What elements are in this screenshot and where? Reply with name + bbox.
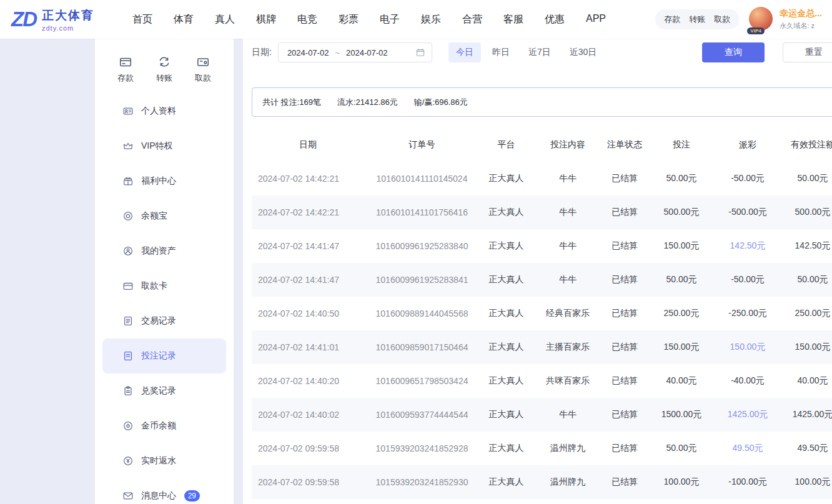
cell-bet-content: 温州牌九 [533,443,603,454]
nav-item-娱乐[interactable]: 娱乐 [421,13,441,26]
sidebar-item-VIP特权[interactable]: VIP特权 [95,129,234,164]
cell-order-number: 1016009961925283841 [364,275,480,285]
sidebar-item-我的资产[interactable]: 我的资产 [95,234,234,269]
nav-item-电子[interactable]: 电子 [380,13,400,26]
cell-payout: 142.50元 [716,240,779,252]
cell-date: 2024-07-02 09:59:58 [252,477,364,487]
quick-link-存款[interactable]: 存款 [664,14,680,25]
sidebar-item-交易记录[interactable]: 交易记录 [95,304,234,338]
date-to[interactable]: 2024-07-02 [346,48,388,57]
sidebar-item-余额宝[interactable]: 余额宝 [95,199,234,234]
action-label: 转账 [156,72,172,84]
site-logo[interactable]: ZD 正大体育 zdty.com [11,7,117,32]
cell-bet-content: 牛牛 [533,207,603,218]
brand-name: 正大体育 [42,7,94,24]
summary-turnover: 流水:21412.86元 [337,97,398,108]
sidebar-item-福利中心[interactable]: 福利中心 [95,164,234,199]
cell-valid-amount: 250.00元 [779,308,832,319]
reset-button[interactable]: 重置 [783,42,832,62]
nav-item-合营[interactable]: 合营 [462,13,482,26]
date-separator: ~ [335,48,340,57]
table-row[interactable]: 2024-07-02 14:42:21 1016010141110145024 … [252,162,832,195]
sidebar-item-个人资料[interactable]: 个人资料 [95,94,234,129]
date-range-preset-昨日[interactable]: 昨日 [485,42,517,62]
quick-link-转账[interactable]: 转账 [689,14,705,25]
header-quick-links: 存款转账取款 [655,9,739,29]
message-icon [122,490,134,502]
cell-valid-amount: 500.00元 [779,207,832,218]
table-row[interactable]: 2024-07-02 14:40:02 1016009593774444544 … [252,398,832,432]
cell-valid-amount: 100.00元 [779,477,832,488]
nav-item-棋牌[interactable]: 棋牌 [256,13,276,26]
column-header: 平台 [480,139,533,151]
table-row[interactable]: 2024-07-02 09:59:58 1015939203241852930 … [252,465,832,499]
sidebar-item-实时返水[interactable]: 实时返水 [95,443,234,478]
table-row[interactable]: 2024-07-02 14:40:20 1016009651798503424 … [252,364,832,398]
sidebar-action-转账[interactable]: 转账 [156,55,172,84]
date-range-input[interactable]: 2024-07-02 ~ 2024-07-02 [278,42,432,62]
nav-item-彩票[interactable]: 彩票 [339,13,359,26]
menu-label: 金币余额 [141,420,176,432]
cell-payout: -500.00元 [716,207,779,218]
cell-date: 2024-07-02 14:41:47 [252,241,364,251]
date-range-preset-近7日[interactable]: 近7日 [521,42,558,62]
cell-payout: 1425.00元 [716,409,779,420]
nav-item-真人[interactable]: 真人 [215,13,235,26]
cell-bet-content: 共咪百家乐 [533,375,603,387]
table-row[interactable]: 2024-07-02 14:41:47 1016009961925283840 … [252,229,832,263]
cell-payout: -250.00元 [716,308,779,319]
table-row[interactable]: 2024-07-02 14:41:01 1016009859017150464 … [252,330,832,364]
sidebar-item-消息中心[interactable]: 消息中心 29 [95,478,234,504]
nav-item-体育[interactable]: 体育 [174,13,194,26]
nav-item-优惠[interactable]: 优惠 [545,13,565,26]
menu-label: VIP特权 [141,141,173,152]
quick-link-取款[interactable]: 取款 [714,14,730,25]
menu-label: 我的资产 [141,245,176,257]
cell-order-number: 1016009961925283840 [364,241,480,251]
rebate-icon [122,455,134,467]
table-row[interactable]: 2024-07-02 09:59:58 1015939203241852928 … [252,432,832,465]
cell-platform: 正大真人 [480,409,533,420]
cell-platform: 正大真人 [480,443,533,454]
calendar-icon[interactable] [415,47,425,57]
cell-platform: 正大真人 [480,375,533,387]
user-domain-note: 永久域名: z [780,21,822,31]
logo-mark: ZD [11,7,36,31]
table-row[interactable]: 2024-07-02 14:41:47 1016009961925283841 … [252,263,832,297]
user-cluster[interactable]: VIP4 幸运金总... 永久域名: z [749,7,822,32]
records-icon [122,315,134,327]
table-body: 2024-07-02 14:42:21 1016010141110145024 … [252,162,832,499]
date-from[interactable]: 2024-07-02 [287,48,329,57]
cell-platform: 正大真人 [480,342,533,353]
menu-label: 余额宝 [141,210,167,222]
query-button[interactable]: 查询 [702,42,765,62]
cell-order-number: 1015939203241852928 [364,443,480,453]
cell-date: 2024-07-02 14:40:50 [252,309,364,319]
cell-date: 2024-07-02 14:40:02 [252,410,364,420]
table-row[interactable]: 2024-07-02 14:40:50 1016009889144045568 … [252,297,832,330]
nav-item-APP[interactable]: APP [586,13,606,26]
sidebar-action-存款[interactable]: 存款 [117,55,134,84]
cell-status: 已结算 [603,173,646,184]
cell-order-number: 1016009651798503424 [364,376,480,386]
sidebar-item-取款卡[interactable]: 取款卡 [95,269,234,304]
table-row[interactable]: 2024-07-02 14:42:21 1016010141101756416 … [252,195,832,229]
sidebar-action-取款[interactable]: 取款 [195,55,211,84]
menu-label: 福利中心 [141,175,176,187]
date-range-preset-今日[interactable]: 今日 [448,42,481,62]
cell-bet-amount: 40.00元 [646,375,716,387]
cell-status: 已结算 [603,477,646,488]
nav-item-电竞[interactable]: 电竞 [297,13,317,26]
card-icon [122,280,134,292]
date-range-preset-近30日[interactable]: 近30日 [562,42,605,62]
sidebar-item-金币余额[interactable]: 金币余额 [95,408,234,443]
action-label: 取款 [195,72,211,84]
summary-bar: 共计 投注:169笔 流水:21412.86元 输/赢:696.86元 [252,87,832,117]
cell-order-number: 1016009593774444544 [364,410,480,420]
sidebar-item-投注记录[interactable]: 投注记录 [102,338,226,373]
sidebar-item-兑奖记录[interactable]: 兑奖记录 [95,373,234,408]
date-label: 日期: [252,47,272,58]
nav-item-客服[interactable]: 客服 [503,13,523,26]
nav-item-首页[interactable]: 首页 [132,13,152,26]
coin-icon [122,210,134,222]
